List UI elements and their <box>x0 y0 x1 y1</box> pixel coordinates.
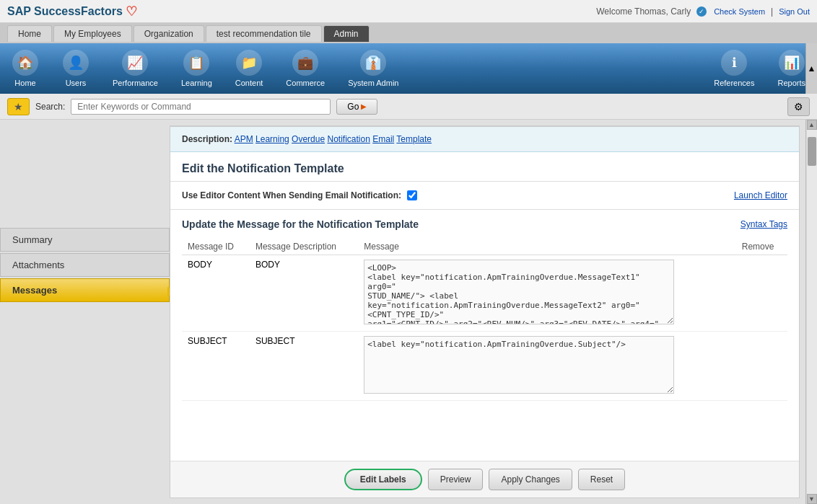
msg-remove-subject <box>736 332 787 401</box>
sign-out-link[interactable]: Sign Out <box>779 7 810 16</box>
sidebar-item-summary-label: Summary <box>12 234 53 245</box>
heart-icon: ♡ <box>126 4 137 19</box>
sidebar-item-attachments[interactable]: Attachments <box>0 253 170 277</box>
home-icon: 🏠 <box>12 50 38 76</box>
tab-home[interactable]: Home <box>7 25 52 42</box>
logo-text: SAP SuccessFactors <box>7 5 123 18</box>
description-link-notification[interactable]: Notification <box>327 134 370 144</box>
nav-performance-label: Performance <box>113 79 158 87</box>
nav-users-label: Users <box>66 79 87 87</box>
nav-references-label: References <box>714 79 754 87</box>
sidebar-item-messages[interactable]: Messages <box>0 278 170 302</box>
nav-commerce-label: Commerce <box>286 79 325 87</box>
col-message: Message <box>358 239 736 255</box>
nav-home[interactable]: 🏠 Home <box>0 45 51 92</box>
go-label: Go <box>347 102 359 112</box>
nav-learning[interactable]: 📋 Learning <box>170 45 224 92</box>
col-remove: Remove <box>736 239 787 255</box>
message-table: Message ID Message Description Message R… <box>182 239 787 401</box>
description-link-apm[interactable]: APM <box>235 134 253 144</box>
users-icon: 👤 <box>63 50 89 76</box>
description-link-learning[interactable]: Learning <box>255 134 289 144</box>
nav-performance[interactable]: 📈 Performance <box>101 45 170 92</box>
editor-label: Use Editor Content When Sending Email No… <box>182 190 401 200</box>
scrollbar-up-arrow[interactable]: ▲ <box>807 120 817 130</box>
sidebar: Summary Attachments Messages <box>0 221 170 504</box>
commerce-icon: 💼 <box>292 50 318 76</box>
nav-system-admin-label: System Admin <box>348 79 398 87</box>
msg-id-subject: SUBJECT <box>182 332 250 401</box>
tab-organization[interactable]: Organization <box>134 25 204 42</box>
scrollbar-down-arrow[interactable]: ▼ <box>807 494 817 504</box>
logo: SAP SuccessFactors ♡ <box>7 4 137 19</box>
welcome-text: Welcome Thomas, Carly <box>596 6 691 17</box>
icon-nav: 🏠 Home 👤 Users 📈 Performance 📋 Learning … <box>0 43 817 94</box>
description-link-template[interactable]: Template <box>396 134 432 144</box>
editor-left: Use Editor Content When Sending Email No… <box>182 190 417 200</box>
msg-textarea-subject[interactable]: <label key="notification.ApmTrainingOver… <box>364 336 674 394</box>
settings-button[interactable]: ⚙ <box>787 97 810 116</box>
edit-labels-button[interactable]: Edit Labels <box>344 469 422 490</box>
sidebar-item-messages-label: Messages <box>12 285 57 296</box>
reset-button[interactable]: Reset <box>578 469 625 490</box>
msg-content-body-cell: <LOOP> <label key="notification.ApmTrain… <box>358 255 736 332</box>
col-message-id: Message ID <box>182 239 250 255</box>
apply-changes-button[interactable]: Apply Changes <box>489 469 572 490</box>
sidebar-item-summary[interactable]: Summary <box>0 228 170 252</box>
search-input[interactable] <box>71 99 331 115</box>
favorites-button[interactable]: ★ <box>7 98 30 115</box>
check-system-link[interactable]: Check System <box>714 7 765 16</box>
icon-nav-right: ℹ References 📊 Reports <box>702 45 817 92</box>
message-section: Update the Message for the Notification … <box>170 210 799 410</box>
nav-learning-label: Learning <box>181 79 212 87</box>
performance-icon: 📈 <box>122 50 148 76</box>
msg-textarea-body[interactable]: <LOOP> <label key="notification.ApmTrain… <box>364 260 674 324</box>
description-link-email[interactable]: Email <box>372 134 394 144</box>
section-title: Edit the Notification Template <box>170 152 799 182</box>
nav-reports-label: Reports <box>777 79 805 87</box>
editor-checkbox[interactable] <box>407 190 417 200</box>
col-message-desc: Message Description <box>250 239 358 255</box>
learning-icon: 📋 <box>183 50 209 76</box>
nav-home-label: Home <box>14 79 35 87</box>
references-icon: ℹ <box>721 50 747 76</box>
table-row-body: BODY BODY <LOOP> <label key="notificatio… <box>182 255 787 332</box>
settings-icon: ⚙ <box>794 101 803 112</box>
check-icon: ✓ <box>696 6 707 17</box>
top-bar: SAP SuccessFactors ♡ Welcome Thomas, Car… <box>0 0 817 23</box>
tab-test-rec[interactable]: test recommendation tile <box>206 25 322 42</box>
content-icon: 📁 <box>236 50 262 76</box>
search-label: Search: <box>35 102 65 112</box>
msg-desc-subject: SUBJECT <box>250 332 358 401</box>
description-link-overdue[interactable]: Overdue <box>292 134 325 144</box>
nav-references[interactable]: ℹ References <box>702 45 766 92</box>
scrollbar-thumb[interactable] <box>808 137 816 166</box>
nav-tabs: Home My Employees Organization test reco… <box>0 23 817 43</box>
launch-editor-link[interactable]: Launch Editor <box>734 190 787 200</box>
msg-remove-body <box>736 255 787 332</box>
scrollbar-track <box>807 130 817 494</box>
nav-content[interactable]: 📁 Content <box>224 45 275 92</box>
go-arrow-icon: ▶ <box>361 102 367 110</box>
top-right: Welcome Thomas, Carly ✓ Check System | S… <box>596 6 810 17</box>
scroll-up-button[interactable]: ▲ <box>805 43 817 94</box>
message-section-header: Update the Message for the Notification … <box>182 218 787 230</box>
reports-icon: 📊 <box>779 50 805 76</box>
main-area: Summary Attachments Messages Description… <box>0 120 817 504</box>
message-section-title: Update the Message for the Notification … <box>182 218 419 230</box>
tab-admin[interactable]: Admin <box>323 25 370 42</box>
tab-my-employees[interactable]: My Employees <box>53 25 132 42</box>
bottom-buttons: Edit Labels Preview Apply Changes Reset <box>170 461 799 498</box>
system-admin-icon: 👔 <box>360 50 386 76</box>
nav-content-label: Content <box>235 79 263 87</box>
syntax-tags-link[interactable]: Syntax Tags <box>740 219 787 229</box>
right-scrollbar: ▲ ▼ <box>805 120 817 504</box>
nav-system-admin[interactable]: 👔 System Admin <box>336 45 410 92</box>
nav-commerce[interactable]: 💼 Commerce <box>274 45 336 92</box>
preview-button[interactable]: Preview <box>428 469 484 490</box>
msg-desc-body: BODY <box>250 255 358 332</box>
go-button[interactable]: Go ▶ <box>336 99 377 115</box>
nav-users[interactable]: 👤 Users <box>51 45 101 92</box>
search-bar: ★ Search: Go ▶ ⚙ <box>0 94 817 120</box>
msg-content-subject-cell: <label key="notification.ApmTrainingOver… <box>358 332 736 401</box>
